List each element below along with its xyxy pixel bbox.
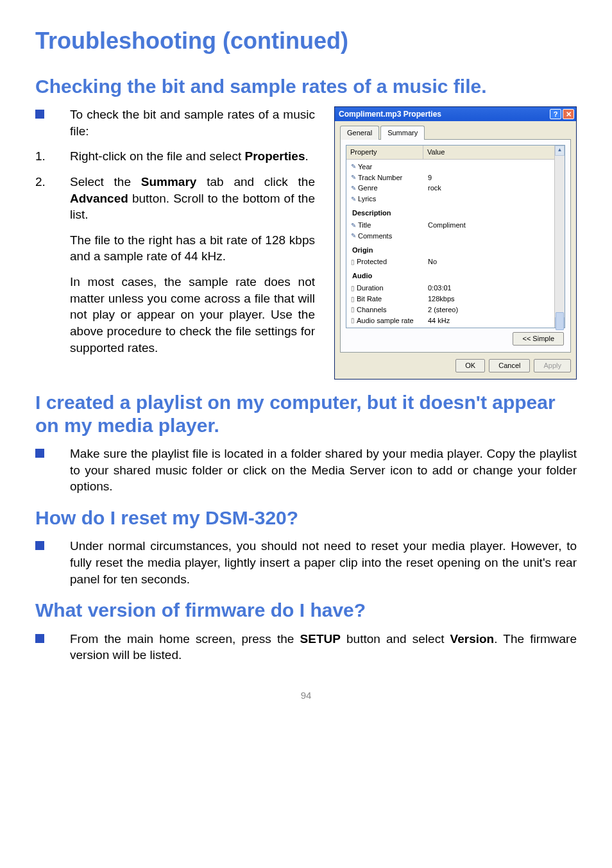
prop-label: Year <box>358 162 372 172</box>
close-button[interactable]: ✕ <box>563 109 574 119</box>
simple-button[interactable]: << Simple <box>513 332 564 346</box>
table-row[interactable]: ✎Lyrics <box>348 194 553 204</box>
prop-label: Duration <box>357 283 384 293</box>
text: tab and click the <box>196 175 315 188</box>
edit-icon: ✎ <box>351 231 356 240</box>
bold-text: Version <box>450 632 495 646</box>
tab-summary[interactable]: Summary <box>380 126 425 140</box>
prop-label: Track Number <box>358 173 402 183</box>
paragraph: In most cases, the sample rate does not … <box>70 274 315 356</box>
section-heading-playlist: I created a playlist on my computer, but… <box>35 391 577 437</box>
section-heading-firmware: What version of firmware do I have? <box>35 599 577 621</box>
intro-text: To check the bit and sample rates of a m… <box>70 106 315 139</box>
prop-label: Lyrics <box>358 194 376 204</box>
bullet-icon <box>35 541 44 550</box>
col-header-property: Property <box>346 146 423 159</box>
table-row[interactable]: ✎Track Number 9 <box>348 172 553 183</box>
section-heading-check-rates: Checking the bit and sample rates of a m… <box>35 75 577 97</box>
document-icon: ▯ <box>351 284 355 293</box>
step-number: 2. <box>35 174 70 223</box>
table-row[interactable]: ✎Genre rock <box>348 183 553 194</box>
prop-value: Compliment <box>425 221 553 230</box>
bold-text: Properties <box>244 149 305 163</box>
prop-label: Protected <box>357 257 387 267</box>
section3-body: Under normal circumstances, you should n… <box>70 538 577 587</box>
prop-value: 9 <box>425 173 553 183</box>
group-origin: Origin <box>348 242 553 257</box>
edit-icon: ✎ <box>351 195 356 204</box>
col-header-value: Value <box>423 146 565 159</box>
prop-value: 44 kHz <box>425 316 553 326</box>
prop-label: Comments <box>358 231 392 241</box>
page-number: 94 <box>35 689 577 702</box>
text: Right-click on the file and select <box>70 149 244 163</box>
page-title: Troubleshooting (continued) <box>35 26 577 57</box>
table-row[interactable]: ▯Audio sample rate 44 kHz <box>348 315 553 326</box>
group-audio: Audio <box>348 267 553 283</box>
document-icon: ▯ <box>351 258 355 267</box>
section-heading-reset: How do I reset my DSM-320? <box>35 506 577 529</box>
document-icon: ▯ <box>351 295 355 304</box>
group-description: Description <box>348 204 553 220</box>
dialog-titlebar[interactable]: Compliment.mp3 Properties ? ✕ <box>335 107 576 121</box>
scroll-up-icon[interactable]: ▲ <box>555 146 565 156</box>
table-row[interactable]: ✎Comments <box>348 231 553 242</box>
text: Select the <box>70 175 141 188</box>
ok-button[interactable]: OK <box>455 359 485 372</box>
document-icon: ▯ <box>351 305 355 314</box>
prop-label: Genre <box>358 183 378 193</box>
tab-general[interactable]: General <box>340 126 379 140</box>
properties-dialog: Compliment.mp3 Properties ? ✕ General Su… <box>334 106 577 380</box>
prop-label: Audio sample rate <box>357 316 414 326</box>
scrollbar[interactable]: ▲ ▼ <box>554 146 565 328</box>
bullet-icon <box>35 634 44 643</box>
bold-text: Advanced <box>70 192 128 205</box>
table-row[interactable]: ▯Bit Rate 128kbps <box>348 294 553 305</box>
step2-text: Select the Summary tab and click the Adv… <box>70 174 315 223</box>
document-icon: ▯ <box>351 316 355 325</box>
table-row[interactable]: ▯Protected No <box>348 256 553 267</box>
scroll-thumb[interactable] <box>556 312 564 330</box>
text: button and select <box>341 632 450 646</box>
bold-text: Summary <box>141 175 197 188</box>
table-row[interactable]: ✎Year <box>348 162 553 172</box>
text: From the main home screen, press the <box>70 632 300 646</box>
step-number: 1. <box>35 148 70 165</box>
prop-value: rock <box>425 183 553 193</box>
paragraph: The file to the right has a bit rate of … <box>70 232 315 265</box>
table-row[interactable]: ▯Channels 2 (stereo) <box>348 305 553 315</box>
prop-label: Title <box>358 221 371 230</box>
property-list[interactable]: Property Value ✎Year ✎Track Number 9 <box>346 145 565 329</box>
table-row[interactable]: ▯Duration 0:03:01 <box>348 283 553 294</box>
prop-value: 0:03:01 <box>425 283 553 293</box>
edit-icon: ✎ <box>351 184 356 193</box>
dialog-title: Compliment.mp3 Properties <box>339 109 441 119</box>
bold-text: SETUP <box>300 632 341 646</box>
bullet-icon <box>35 110 44 119</box>
cancel-button[interactable]: Cancel <box>489 359 530 372</box>
bullet-icon <box>35 449 44 458</box>
prop-value: No <box>425 257 553 267</box>
prop-value: 128kbps <box>425 294 553 304</box>
edit-icon: ✎ <box>351 221 356 230</box>
prop-value: 2 (stereo) <box>425 305 553 315</box>
prop-label: Bit Rate <box>357 294 382 304</box>
left-column: To check the bit and sample rates of a m… <box>35 106 315 356</box>
edit-icon: ✎ <box>351 173 356 182</box>
section4-body: From the main home screen, press the SET… <box>70 631 577 664</box>
edit-icon: ✎ <box>351 162 356 171</box>
table-row[interactable]: ✎Title Compliment <box>348 220 553 231</box>
section2-body: Make sure the playlist file is located i… <box>70 446 577 495</box>
step1-text: Right-click on the file and select Prope… <box>70 148 315 165</box>
prop-label: Channels <box>357 305 386 315</box>
text: . <box>305 149 308 163</box>
apply-button[interactable]: Apply <box>534 359 571 372</box>
help-button[interactable]: ? <box>550 109 561 119</box>
